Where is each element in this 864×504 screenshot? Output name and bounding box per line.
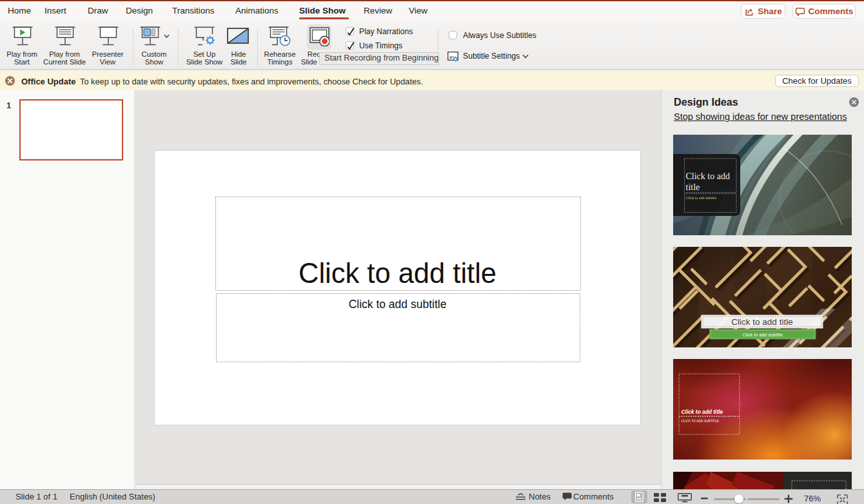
svg-text:Click to add title: Click to add title	[682, 409, 723, 415]
svg-text:CLICK TO ADD SUBTITLE: CLICK TO ADD SUBTITLE	[682, 420, 720, 423]
svg-text:Click to add title: Click to add title	[731, 317, 792, 327]
svg-text:Click to add subtitle: Click to add subtitle	[743, 332, 783, 338]
svg-text:Click to add: Click to add	[686, 171, 730, 181]
svg-text:title: title	[686, 182, 700, 192]
svg-text:Click to add subtitle: Click to add subtitle	[686, 196, 717, 200]
